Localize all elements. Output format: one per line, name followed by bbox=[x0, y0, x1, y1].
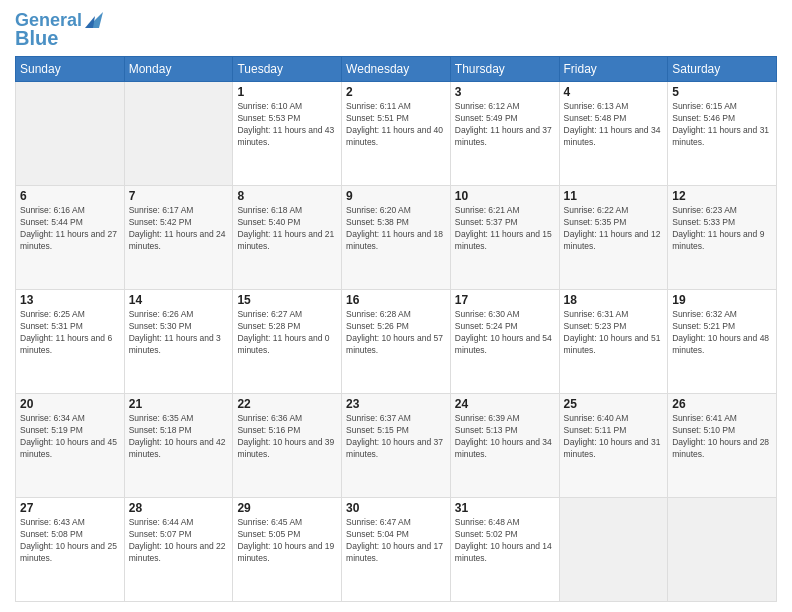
day-info: Sunrise: 6:41 AMSunset: 5:10 PMDaylight:… bbox=[672, 413, 772, 461]
day-number: 23 bbox=[346, 397, 446, 411]
calendar-cell: 25Sunrise: 6:40 AMSunset: 5:11 PMDayligh… bbox=[559, 394, 668, 498]
day-info: Sunrise: 6:23 AMSunset: 5:33 PMDaylight:… bbox=[672, 205, 772, 253]
day-info: Sunrise: 6:18 AMSunset: 5:40 PMDaylight:… bbox=[237, 205, 337, 253]
calendar-cell bbox=[559, 498, 668, 602]
calendar-table: SundayMondayTuesdayWednesdayThursdayFrid… bbox=[15, 56, 777, 602]
weekday-header-wednesday: Wednesday bbox=[342, 57, 451, 82]
day-info: Sunrise: 6:10 AMSunset: 5:53 PMDaylight:… bbox=[237, 101, 337, 149]
day-number: 6 bbox=[20, 189, 120, 203]
logo-text-blue: Blue bbox=[15, 28, 58, 48]
day-info: Sunrise: 6:16 AMSunset: 5:44 PMDaylight:… bbox=[20, 205, 120, 253]
page: General Blue SundayMondayTuesdayWednesda… bbox=[0, 0, 792, 612]
day-number: 28 bbox=[129, 501, 229, 515]
logo: General Blue bbox=[15, 10, 103, 48]
day-number: 30 bbox=[346, 501, 446, 515]
calendar-week-row: 6Sunrise: 6:16 AMSunset: 5:44 PMDaylight… bbox=[16, 186, 777, 290]
calendar-cell: 17Sunrise: 6:30 AMSunset: 5:24 PMDayligh… bbox=[450, 290, 559, 394]
weekday-header-saturday: Saturday bbox=[668, 57, 777, 82]
day-number: 11 bbox=[564, 189, 664, 203]
day-number: 14 bbox=[129, 293, 229, 307]
day-info: Sunrise: 6:47 AMSunset: 5:04 PMDaylight:… bbox=[346, 517, 446, 565]
calendar-cell bbox=[124, 82, 233, 186]
weekday-header-sunday: Sunday bbox=[16, 57, 125, 82]
weekday-header-row: SundayMondayTuesdayWednesdayThursdayFrid… bbox=[16, 57, 777, 82]
calendar-cell: 23Sunrise: 6:37 AMSunset: 5:15 PMDayligh… bbox=[342, 394, 451, 498]
day-number: 29 bbox=[237, 501, 337, 515]
calendar-cell: 29Sunrise: 6:45 AMSunset: 5:05 PMDayligh… bbox=[233, 498, 342, 602]
calendar-cell: 16Sunrise: 6:28 AMSunset: 5:26 PMDayligh… bbox=[342, 290, 451, 394]
day-info: Sunrise: 6:35 AMSunset: 5:18 PMDaylight:… bbox=[129, 413, 229, 461]
day-number: 15 bbox=[237, 293, 337, 307]
calendar-cell: 21Sunrise: 6:35 AMSunset: 5:18 PMDayligh… bbox=[124, 394, 233, 498]
day-info: Sunrise: 6:39 AMSunset: 5:13 PMDaylight:… bbox=[455, 413, 555, 461]
weekday-header-thursday: Thursday bbox=[450, 57, 559, 82]
day-number: 18 bbox=[564, 293, 664, 307]
day-info: Sunrise: 6:32 AMSunset: 5:21 PMDaylight:… bbox=[672, 309, 772, 357]
calendar-cell bbox=[668, 498, 777, 602]
day-number: 1 bbox=[237, 85, 337, 99]
calendar-cell: 20Sunrise: 6:34 AMSunset: 5:19 PMDayligh… bbox=[16, 394, 125, 498]
day-number: 2 bbox=[346, 85, 446, 99]
day-number: 7 bbox=[129, 189, 229, 203]
day-info: Sunrise: 6:45 AMSunset: 5:05 PMDaylight:… bbox=[237, 517, 337, 565]
day-info: Sunrise: 6:11 AMSunset: 5:51 PMDaylight:… bbox=[346, 101, 446, 149]
day-number: 3 bbox=[455, 85, 555, 99]
day-info: Sunrise: 6:44 AMSunset: 5:07 PMDaylight:… bbox=[129, 517, 229, 565]
day-number: 25 bbox=[564, 397, 664, 411]
day-info: Sunrise: 6:21 AMSunset: 5:37 PMDaylight:… bbox=[455, 205, 555, 253]
day-number: 20 bbox=[20, 397, 120, 411]
calendar-cell: 6Sunrise: 6:16 AMSunset: 5:44 PMDaylight… bbox=[16, 186, 125, 290]
day-info: Sunrise: 6:48 AMSunset: 5:02 PMDaylight:… bbox=[455, 517, 555, 565]
calendar-cell: 30Sunrise: 6:47 AMSunset: 5:04 PMDayligh… bbox=[342, 498, 451, 602]
calendar-cell: 10Sunrise: 6:21 AMSunset: 5:37 PMDayligh… bbox=[450, 186, 559, 290]
calendar-week-row: 1Sunrise: 6:10 AMSunset: 5:53 PMDaylight… bbox=[16, 82, 777, 186]
day-info: Sunrise: 6:30 AMSunset: 5:24 PMDaylight:… bbox=[455, 309, 555, 357]
day-info: Sunrise: 6:43 AMSunset: 5:08 PMDaylight:… bbox=[20, 517, 120, 565]
calendar-cell: 1Sunrise: 6:10 AMSunset: 5:53 PMDaylight… bbox=[233, 82, 342, 186]
day-number: 9 bbox=[346, 189, 446, 203]
day-info: Sunrise: 6:28 AMSunset: 5:26 PMDaylight:… bbox=[346, 309, 446, 357]
calendar-cell: 9Sunrise: 6:20 AMSunset: 5:38 PMDaylight… bbox=[342, 186, 451, 290]
calendar-cell: 5Sunrise: 6:15 AMSunset: 5:46 PMDaylight… bbox=[668, 82, 777, 186]
day-info: Sunrise: 6:40 AMSunset: 5:11 PMDaylight:… bbox=[564, 413, 664, 461]
day-number: 8 bbox=[237, 189, 337, 203]
calendar-cell: 2Sunrise: 6:11 AMSunset: 5:51 PMDaylight… bbox=[342, 82, 451, 186]
calendar-cell: 24Sunrise: 6:39 AMSunset: 5:13 PMDayligh… bbox=[450, 394, 559, 498]
day-info: Sunrise: 6:20 AMSunset: 5:38 PMDaylight:… bbox=[346, 205, 446, 253]
day-number: 10 bbox=[455, 189, 555, 203]
day-info: Sunrise: 6:22 AMSunset: 5:35 PMDaylight:… bbox=[564, 205, 664, 253]
calendar-cell: 11Sunrise: 6:22 AMSunset: 5:35 PMDayligh… bbox=[559, 186, 668, 290]
calendar-cell: 26Sunrise: 6:41 AMSunset: 5:10 PMDayligh… bbox=[668, 394, 777, 498]
calendar-cell: 18Sunrise: 6:31 AMSunset: 5:23 PMDayligh… bbox=[559, 290, 668, 394]
day-number: 21 bbox=[129, 397, 229, 411]
day-number: 17 bbox=[455, 293, 555, 307]
day-number: 4 bbox=[564, 85, 664, 99]
weekday-header-monday: Monday bbox=[124, 57, 233, 82]
day-number: 12 bbox=[672, 189, 772, 203]
day-number: 13 bbox=[20, 293, 120, 307]
calendar-cell: 3Sunrise: 6:12 AMSunset: 5:49 PMDaylight… bbox=[450, 82, 559, 186]
day-number: 22 bbox=[237, 397, 337, 411]
day-number: 31 bbox=[455, 501, 555, 515]
day-info: Sunrise: 6:15 AMSunset: 5:46 PMDaylight:… bbox=[672, 101, 772, 149]
day-number: 5 bbox=[672, 85, 772, 99]
calendar-cell: 28Sunrise: 6:44 AMSunset: 5:07 PMDayligh… bbox=[124, 498, 233, 602]
day-info: Sunrise: 6:27 AMSunset: 5:28 PMDaylight:… bbox=[237, 309, 337, 357]
day-number: 16 bbox=[346, 293, 446, 307]
weekday-header-friday: Friday bbox=[559, 57, 668, 82]
calendar-cell: 14Sunrise: 6:26 AMSunset: 5:30 PMDayligh… bbox=[124, 290, 233, 394]
day-number: 27 bbox=[20, 501, 120, 515]
day-number: 19 bbox=[672, 293, 772, 307]
header: General Blue bbox=[15, 10, 777, 48]
calendar-cell: 31Sunrise: 6:48 AMSunset: 5:02 PMDayligh… bbox=[450, 498, 559, 602]
calendar-cell: 12Sunrise: 6:23 AMSunset: 5:33 PMDayligh… bbox=[668, 186, 777, 290]
calendar-week-row: 13Sunrise: 6:25 AMSunset: 5:31 PMDayligh… bbox=[16, 290, 777, 394]
calendar-cell: 4Sunrise: 6:13 AMSunset: 5:48 PMDaylight… bbox=[559, 82, 668, 186]
calendar-cell: 22Sunrise: 6:36 AMSunset: 5:16 PMDayligh… bbox=[233, 394, 342, 498]
weekday-header-tuesday: Tuesday bbox=[233, 57, 342, 82]
day-info: Sunrise: 6:12 AMSunset: 5:49 PMDaylight:… bbox=[455, 101, 555, 149]
day-info: Sunrise: 6:13 AMSunset: 5:48 PMDaylight:… bbox=[564, 101, 664, 149]
calendar-cell: 8Sunrise: 6:18 AMSunset: 5:40 PMDaylight… bbox=[233, 186, 342, 290]
calendar-cell: 27Sunrise: 6:43 AMSunset: 5:08 PMDayligh… bbox=[16, 498, 125, 602]
day-info: Sunrise: 6:25 AMSunset: 5:31 PMDaylight:… bbox=[20, 309, 120, 357]
